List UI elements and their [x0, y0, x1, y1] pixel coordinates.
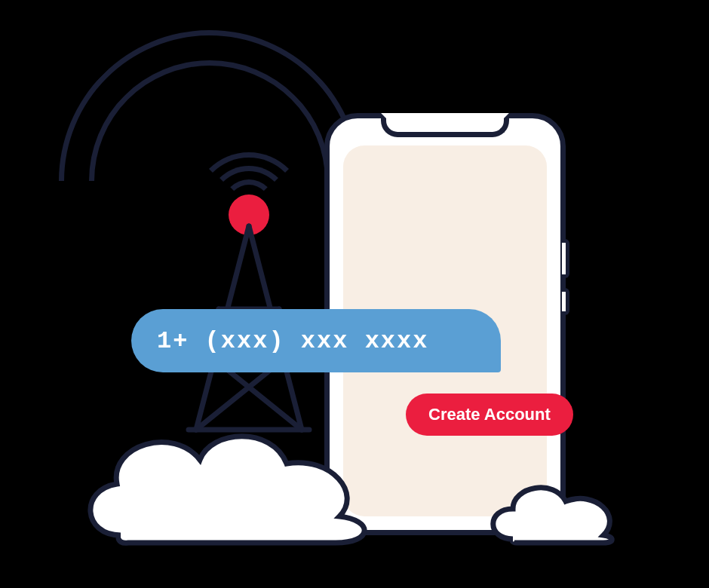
phone-number-text: 1+ (xxx) xxx xxxx	[157, 327, 428, 355]
create-account-label: Create Account	[428, 405, 551, 424]
phone-side-button-icon	[562, 288, 569, 315]
phone-notch-icon	[381, 113, 509, 137]
phone-number-bubble: 1+ (xxx) xxx xxxx	[131, 309, 501, 372]
illustration-stage: 1+ (xxx) xxx xxxx Create Account	[0, 0, 709, 588]
create-account-button[interactable]: Create Account	[406, 394, 573, 436]
cloud-large-icon	[75, 392, 377, 550]
phone-side-button-icon	[562, 239, 569, 278]
cloud-small-icon	[483, 467, 626, 550]
